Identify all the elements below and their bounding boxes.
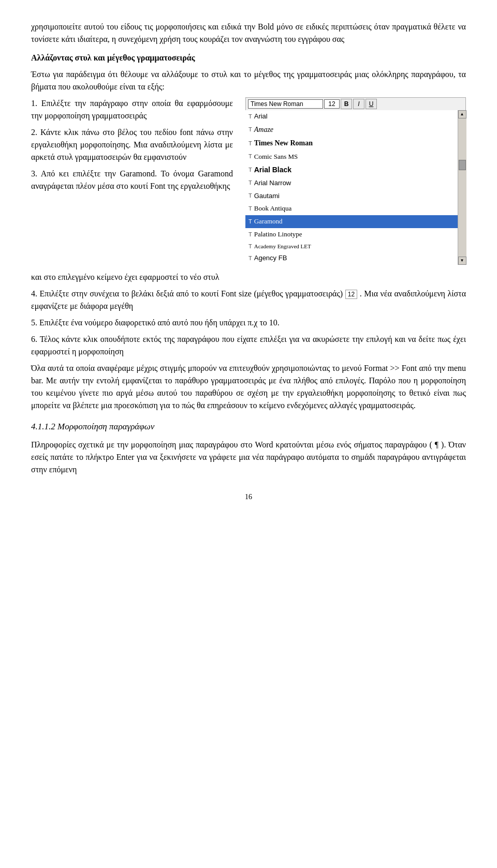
font-list-item[interactable]: T Garamond (245, 215, 458, 228)
font-list-item[interactable]: T Arial Black (245, 163, 458, 176)
intro-paragraph: χρησιμοποιείτε αυτού του είδους τις μορφ… (31, 21, 466, 46)
font-name-label: Arial Narrow (254, 178, 291, 189)
font-name-label: Times New Roman (254, 138, 313, 149)
step-2: 2. Κάντε κλικ πάνω στο βέλος του πεδίου … (31, 126, 233, 163)
font-name-label: Comic Sans MS (254, 152, 298, 162)
font-list-item[interactable]: T Gautami (245, 190, 458, 203)
font-toolbar: B I U (245, 97, 466, 110)
font-size-inline-box: 12 (345, 290, 357, 299)
step-5: 5. Επιλέξτε ένα νούμερο διαφορετικό από … (31, 317, 466, 329)
font-name-label: Arial Black (254, 164, 291, 175)
bold-button[interactable]: B (341, 99, 352, 109)
step-1-text: Επιλέξτε την παράγραφο στην οποία θα εφα… (31, 99, 233, 120)
font-name-label: Agency FB (254, 253, 287, 264)
font-type-icon: T (248, 217, 252, 227)
step-3-text-a: Από κει επιλέξτε την Garamond. Το όνομα … (31, 169, 233, 190)
font-type-icon: T (248, 112, 252, 122)
page-content: χρησιμοποιείτε αυτού του είδους τις μορφ… (31, 21, 466, 476)
scrollbar[interactable]: ▲ ▼ (458, 110, 466, 265)
font-type-icon: T (248, 204, 252, 214)
font-list-item[interactable]: T Arial Narrow (245, 177, 458, 190)
step-6-num: 6. (31, 335, 37, 343)
scrollbar-up-button[interactable]: ▲ (458, 110, 466, 118)
step-6-text: Τέλος κάντε κλικ οπουδήποτε εκτός της πα… (31, 335, 466, 356)
font-list-item[interactable]: T Palatino Linotype (245, 228, 458, 241)
font-type-icon: T (248, 166, 252, 175)
scrollbar-track[interactable] (458, 118, 466, 257)
step-4-num: 4. (31, 289, 37, 298)
step-3-continuation: και στο επιλεγμένο κείμενο έχει εφαρμοστ… (31, 271, 466, 283)
font-name-label: Palatino Linotype (254, 229, 302, 240)
font-name-label: Amaze (254, 124, 273, 136)
scrollbar-down-button[interactable]: ▼ (458, 257, 466, 265)
font-list-item[interactable]: T Arial (245, 110, 458, 123)
format-paragraph: Όλα αυτά τα οποία αναφέραμε μέχρις στιγμ… (31, 362, 466, 412)
underline-button[interactable]: U (366, 99, 377, 109)
font-type-icon: T (248, 254, 252, 263)
font-type-icon: T (248, 125, 252, 134)
page-number: 16 (31, 491, 466, 502)
italic-button[interactable]: I (353, 99, 364, 109)
step-1: 1. Επιλέξτε την παράγραφο στην οποία θα … (31, 97, 233, 122)
right-column: B I U T ArialT AmazeT Times New RomanT C… (245, 97, 466, 265)
step-3-num: 3. (31, 169, 37, 178)
font-name-input[interactable] (248, 99, 323, 109)
font-name-label: Gautami (254, 191, 280, 202)
left-column: 1. Επιλέξτε την παράγραφο στην οποία θα … (31, 97, 233, 265)
paragraph-para1: Πληροφορίες σχετικά με την μορφοποίηση μ… (31, 439, 466, 476)
step-1-num: 1. (31, 99, 37, 108)
font-list-item[interactable]: T Comic Sans MS (245, 151, 458, 163)
font-name-label: Arial (254, 111, 268, 122)
font-size-input[interactable] (324, 99, 340, 109)
section-heading: Αλλάζοντας στυλ και μέγεθος γραμματοσειρ… (31, 52, 466, 64)
font-type-icon: T (248, 139, 252, 148)
step-4-text-a: Επιλέξτε στην συνέχεια το βελάκι δεξιά α… (40, 289, 343, 298)
font-list: T ArialT AmazeT Times New RomanT Comic S… (245, 110, 458, 265)
font-name-label: Book Antiqua (254, 203, 292, 214)
step-5-text: Επιλέξτε ένα νούμερο διαφορετικό από αυτ… (39, 318, 280, 327)
font-list-item[interactable]: T Times New Roman (245, 137, 458, 150)
subsection-heading: 4.1.1.2 Μορφοποίηση παραγράφων (31, 420, 466, 433)
font-list-item[interactable]: T Academy Engraved LET (245, 241, 458, 252)
font-name-label: Academy Engraved LET (254, 242, 311, 251)
two-column-section: 1. Επιλέξτε την παράγραφο στην οποία θα … (31, 97, 466, 265)
step-5-num: 5. (31, 318, 37, 327)
font-list-item[interactable]: T Agency FB (245, 252, 458, 265)
font-type-icon: T (248, 178, 252, 188)
font-type-icon: T (248, 230, 252, 240)
font-type-icon: T (248, 242, 252, 251)
font-type-icon: T (248, 191, 252, 201)
font-list-item[interactable]: T Amaze (245, 123, 458, 137)
font-type-icon: T (248, 152, 252, 161)
step-4: 4. Επιλέξτε στην συνέχεια το βελάκι δεξι… (31, 288, 466, 312)
step-6: 6. Τέλος κάντε κλικ οπουδήποτε εκτός της… (31, 333, 466, 358)
font-list-container: T ArialT AmazeT Times New RomanT Comic S… (245, 110, 466, 265)
scrollbar-thumb[interactable] (459, 160, 466, 170)
step-3: 3. Από κει επιλέξτε την Garamond. Το όνο… (31, 168, 233, 192)
font-list-item[interactable]: T Book Antiqua (245, 202, 458, 215)
step-2-num: 2. (31, 128, 37, 137)
step-2-text: Κάντε κλικ πάνω στο βέλος του πεδίου fon… (31, 128, 233, 161)
font-name-label: Garamond (254, 216, 283, 227)
example-paragraph: Έστω για παράδειγμα ότι θέλουμε να αλλάξ… (31, 68, 466, 93)
